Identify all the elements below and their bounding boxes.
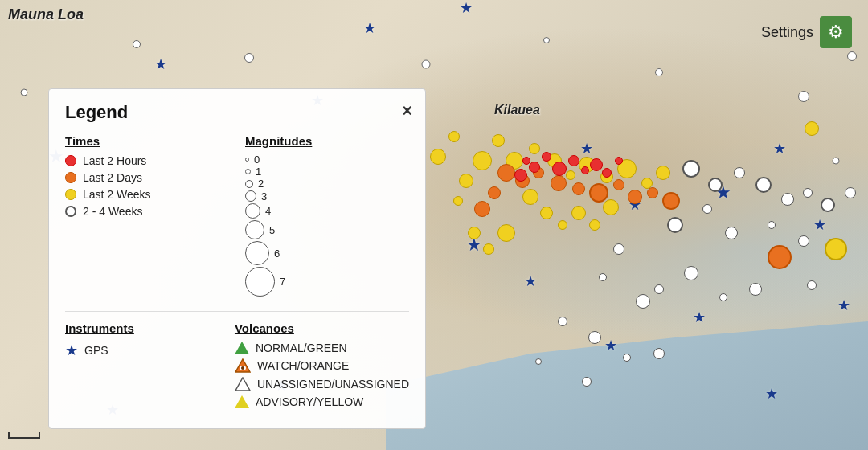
eq-dot (244, 53, 254, 63)
legend-item-last2hours: Last 2 Hours (65, 154, 229, 167)
map-label-maunaloa: Mauna Loa (8, 6, 84, 23)
eq-dot-yellow (656, 166, 670, 180)
eq-dot-yellow (603, 199, 619, 215)
eq-dot-yellow (522, 189, 538, 205)
legend-volcanoes-heading: Volcanoes (235, 321, 409, 335)
legend-panel: Legend × Times Last 2 Hours Last 2 Days … (48, 88, 426, 429)
legend-volcano-normal-label: NORMAL/GREEN (256, 342, 347, 354)
dot-yellow (65, 189, 76, 200)
eq-dot (833, 158, 840, 165)
eq-dot (599, 273, 607, 281)
gps-marker: ★ (580, 140, 593, 158)
eq-dot (422, 60, 431, 69)
eq-dot (781, 193, 794, 206)
dot-orange (65, 172, 76, 183)
mag-label-6: 6 (274, 248, 280, 259)
legend-magnitudes-section: Magnitudes 0 1 2 (245, 134, 409, 298)
legend-columns: Times Last 2 Hours Last 2 Days Last 2 We… (65, 134, 409, 298)
mag-circle-6 (245, 241, 269, 265)
eq-dot-orange (628, 190, 642, 204)
eq-dot-orange (647, 187, 658, 198)
legend-volcano-watch: WATCH/ORANGE (235, 358, 409, 373)
eq-dot-yellow (483, 243, 494, 255)
gps-marker: ★ (154, 55, 167, 73)
legend-volcanoes-section: Volcanoes NORMAL/GREEN WATCH/ORANGE (235, 321, 409, 412)
gps-marker: ★ (765, 385, 778, 403)
svg-point-2 (241, 366, 244, 370)
mag-label-0: 0 (254, 154, 260, 165)
legend-instruments-section: Instruments ★ GPS (65, 321, 219, 412)
eq-dot-yellow (558, 220, 567, 230)
mag-row-2: 2 (245, 178, 409, 189)
eq-dot (847, 51, 857, 61)
eq-dot-red (514, 169, 527, 182)
eq-dot-yellow (805, 121, 819, 136)
eq-dot-yellow (473, 151, 492, 170)
eq-dot-orange (474, 201, 490, 217)
eq-dot-yellow (430, 149, 446, 165)
eq-dot-orange (589, 183, 608, 202)
legend-magnitudes-heading: Magnitudes (245, 134, 409, 148)
svg-marker-3 (235, 378, 250, 391)
eq-dot-yellow (497, 224, 515, 242)
dot-red (65, 155, 76, 166)
gps-marker: ★ (693, 309, 706, 326)
gps-marker: ★ (773, 140, 786, 158)
eq-dot-yellow (566, 170, 575, 180)
legend-title: Legend (65, 102, 409, 123)
mag-circle-5 (245, 220, 264, 239)
legend-close-button[interactable]: × (402, 100, 412, 121)
eq-dot (798, 91, 809, 102)
eq-dot (582, 377, 592, 387)
eq-dot-yellow (540, 207, 553, 219)
legend-item-last2weeks: Last 2 Weeks (65, 188, 229, 201)
eq-dot (749, 283, 762, 296)
eq-dot (684, 266, 698, 280)
gps-marker: ★ (837, 297, 850, 314)
dot-white (65, 206, 76, 217)
legend-item-last2days: Last 2 Days (65, 171, 229, 184)
mag-circle-1 (245, 169, 251, 174)
gps-marker: ★ (460, 0, 473, 17)
eq-dot-red (581, 166, 589, 174)
gps-marker: ★ (813, 216, 826, 234)
eq-dot (807, 280, 817, 290)
triangle-yellow-icon (235, 395, 249, 408)
mag-row-4: 4 (245, 203, 409, 219)
triangle-watch-icon (235, 358, 251, 373)
eq-dot (708, 178, 723, 192)
eq-dot (821, 198, 835, 212)
legend-volcano-unassigned-label: UNASSIGNED/UNASSIGNED (257, 378, 409, 391)
eq-dot (725, 227, 738, 239)
eq-dot-orange (572, 182, 585, 195)
eq-dot (682, 160, 700, 178)
mag-circle-0 (245, 158, 249, 162)
mag-label-4: 4 (265, 206, 271, 216)
eq-dot (719, 293, 727, 301)
mag-row-5: 5 (245, 220, 409, 239)
mag-circle-3 (245, 190, 256, 202)
eq-dot-yellow (571, 206, 586, 220)
eq-dot-red (615, 157, 623, 165)
eq-dot-orange (551, 175, 567, 191)
eq-dot-red (542, 152, 551, 162)
mag-row-1: 1 (245, 166, 409, 177)
mag-label-7: 7 (280, 276, 285, 287)
legend-volcano-normal: NORMAL/GREEN (235, 342, 409, 354)
legend-times-item-3: 2 - 4 Weeks (83, 205, 142, 218)
eq-dot (768, 221, 776, 229)
mag-row-0: 0 (245, 154, 409, 165)
eq-dot (654, 284, 664, 294)
eq-dot-yellow (459, 174, 473, 188)
eq-dot (653, 348, 665, 359)
eq-dot (588, 331, 601, 344)
legend-instruments-heading: Instruments (65, 321, 219, 335)
map-label-kilauea: Kilauea (494, 103, 540, 117)
settings-button[interactable]: Settings ⚙ (761, 16, 852, 48)
eq-dot-red (552, 162, 567, 176)
eq-dot-orange (768, 245, 792, 269)
mag-label-1: 1 (256, 166, 261, 177)
eq-dot-yellow (529, 143, 540, 154)
gps-marker: ★ (363, 19, 376, 37)
legend-volcano-advisory-label: ADVISORY/YELLOW (256, 395, 363, 408)
